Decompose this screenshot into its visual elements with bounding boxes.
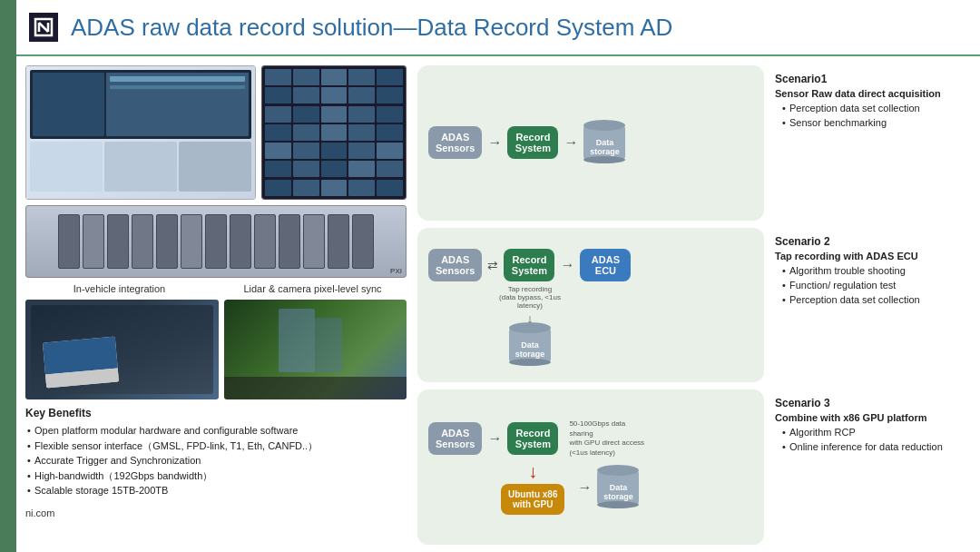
scenario2-bullet1: Algorithm trouble shooting — [782, 264, 967, 279]
scenario3-bullet1: Algorithm RCP — [782, 426, 967, 440]
scenario3-box: ADASSensors → RecordSystem 50-100Gbps da… — [417, 389, 764, 545]
left-accent-bar — [0, 0, 16, 552]
scenario1-subtitle: Sensor Raw data direct acquisition — [775, 88, 967, 99]
share-note: 50-100Gbps data sharingwith GPU direct a… — [569, 419, 651, 458]
scenario3-adas-sensors: ADASSensors — [428, 422, 482, 455]
captions-row: In-vehicle integration Lidar & camera pi… — [25, 283, 407, 294]
scenario3-bullets: Algorithm RCP Online inference for data … — [775, 426, 967, 455]
pxi-label: PXI — [390, 267, 402, 275]
monitor-screenshot — [25, 65, 256, 200]
scenario2-bullet3: Perception data set collection — [782, 293, 967, 308]
scenario3-desc: Scenario 3 Combine with x86 GPU platform… — [771, 389, 971, 545]
scenario2-adas-ecu: ADASECU — [580, 249, 631, 281]
key-benefits-title: Key Benefits — [25, 405, 407, 421]
scenario3-arrow1: → — [487, 430, 502, 447]
left-panel: PXI In-vehicle integration Lidar & camer… — [25, 65, 407, 545]
benefit-4: High-bandwidth（192Gbps bandwidth） — [25, 468, 407, 484]
icons-screenshot — [261, 65, 407, 200]
scenario3-record-system: RecordSystem — [507, 422, 558, 455]
benefit-5: Scalable storage 15TB-200TB — [25, 483, 407, 498]
scenario1-box: ADASSensors → RecordSystem → Datastorage — [417, 65, 764, 221]
scenario1-bullets: Perception data set collection Sensor be… — [775, 102, 967, 131]
scenario3-bullet2: Online inference for data reduction — [782, 440, 967, 455]
descriptions-col: Scenario1 Sensor Raw data direct acquisi… — [771, 65, 971, 545]
scenario1-title: Scenario1 — [775, 73, 967, 85]
scenario3-subtitle: Combine with x86 GPU platform — [775, 412, 967, 423]
scenario3-top-row: ADASSensors → RecordSystem 50-100Gbps da… — [428, 419, 651, 458]
scenario3-flow: ADASSensors → RecordSystem 50-100Gbps da… — [428, 419, 651, 515]
photo-car — [25, 300, 219, 399]
arrow1: → — [487, 134, 502, 151]
key-benefits: Key Benefits Open platform modular hardw… — [25, 405, 407, 498]
scenario1-adas-sensors: ADASSensors — [428, 126, 482, 159]
page-title: ADAS raw data record solution—Data Recor… — [71, 14, 672, 42]
scenario1-flow: ADASSensors → RecordSystem → Datastorage — [428, 125, 625, 160]
scenario1-record-system: RecordSystem — [507, 126, 558, 159]
photo-street — [224, 300, 407, 399]
arrow2: → — [564, 134, 578, 151]
header: ADAS raw data record solution—Data Recor… — [16, 0, 980, 56]
ni-logo — [29, 13, 58, 42]
main-content: PXI In-vehicle integration Lidar & camer… — [16, 56, 980, 552]
scenario2-top-row: ADASSensors ⇄ RecordSystem → ADASECU — [428, 249, 631, 281]
benefit-2: Flexible sensor interface（GMSL, FPD-link… — [25, 439, 407, 454]
scenario3-arrow2: → — [577, 479, 592, 496]
scenarios-col: ADASSensors → RecordSystem → Datastorage… — [417, 65, 764, 545]
scenario1-desc: Scenario1 Sensor Raw data direct acquisi… — [771, 65, 971, 221]
scenario2-adas-sensors: ADASSensors — [428, 249, 482, 281]
scenario1-bullet1: Perception data set collection — [782, 102, 967, 116]
scenario1-data-storage: Datastorage — [583, 125, 625, 160]
scenario3-data-storage: Datastorage — [597, 470, 639, 505]
scenario2-subtitle: Tap recording with ADAS ECU — [775, 251, 967, 261]
tap-note: Tap recording(data bypass, <1us latency) — [494, 285, 566, 310]
scenario2-record-system: RecordSystem — [504, 249, 554, 281]
scenario3-ubuntu: Ubuntu x86with GPU — [501, 484, 564, 515]
scenario3-title: Scenario 3 — [775, 397, 967, 409]
caption-integration: In-vehicle integration — [25, 283, 213, 294]
scenario2-flow: ADASSensors ⇄ RecordSystem → ADASECU Tap… — [428, 249, 631, 362]
ni-footer: ni.com — [25, 508, 407, 518]
scenario2-data-storage: Datastorage — [509, 328, 551, 362]
screenshots-top — [25, 65, 407, 200]
scenario2-box: ADASSensors ⇄ RecordSystem → ADASECU Tap… — [417, 228, 764, 383]
pxi-hardware: PXI — [25, 205, 407, 278]
scenario2-arrow: → — [560, 257, 574, 273]
benefits-list: Open platform modular hardware and confi… — [25, 423, 407, 498]
photos-row — [25, 300, 407, 399]
benefit-3: Accurate Trigger and Synchronization — [25, 453, 407, 468]
scenario2-title: Scenario 2 — [775, 235, 967, 248]
benefit-1: Open platform modular hardware and confi… — [25, 423, 407, 439]
scenario1-bullet2: Sensor benchmarking — [782, 116, 967, 131]
caption-sync: Lidar & camera pixel-level sync — [219, 283, 407, 294]
scenario2-bullets: Algorithm trouble shooting Function/ reg… — [775, 264, 967, 308]
red-arrow-down: ↓ — [528, 461, 537, 482]
right-panel: ADASSensors → RecordSystem → Datastorage… — [417, 65, 971, 545]
scenario2-desc: Scenario 2 Tap recording with ADAS ECU A… — [771, 228, 971, 383]
scenario2-bullet2: Function/ regulation test — [782, 279, 967, 293]
